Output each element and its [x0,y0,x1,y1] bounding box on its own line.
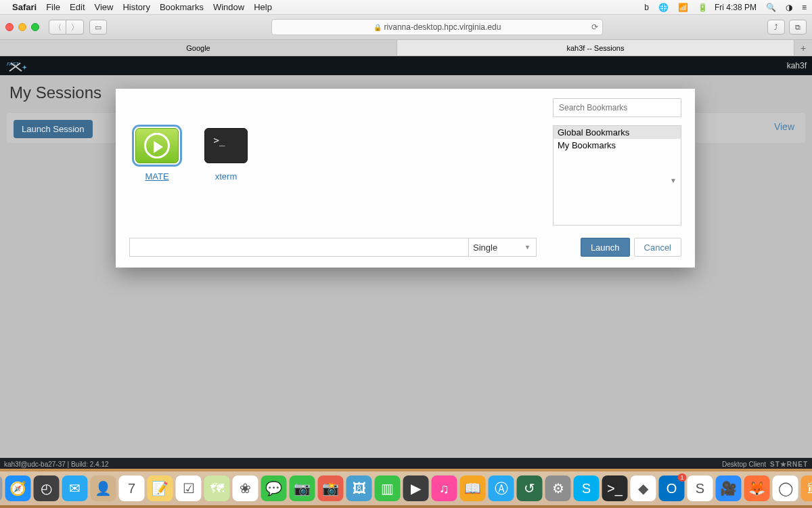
dock-drive-icon[interactable]: ◆ [631,475,656,501]
safari-toolbar: 〈 〉 ▭ 🔒 rivanna-desktop.hpc.virginia.edu… [0,15,812,40]
profile-mate-label: MATE [145,171,168,182]
dock-notes-icon[interactable]: 📝 [148,475,173,501]
dock-firefox-icon[interactable]: 🦊 [744,475,770,501]
bookmark-dropdown-icon[interactable]: ▼ [670,177,677,184]
profile-xterm[interactable]: >_ xterm [201,128,251,182]
bookmarks-list[interactable]: Global Bookmarks My Bookmarks ▼ [553,125,681,226]
minimize-window-button[interactable] [18,23,26,31]
back-button[interactable]: 〈 [49,20,66,35]
dock-reminders-icon[interactable]: ☑ [176,475,202,501]
macos-dock: ☺◉🚀🧭◴✉👤7📝☑🗺❀💬📷📸🖼▥▶♫📖Ⓐ↺⚙S>_◆OS🎥🦊◯🏛📄🗑 [0,471,812,505]
launch-session-button[interactable]: Launch Session [14,120,93,138]
close-window-button[interactable] [5,23,14,31]
dock-photos-icon[interactable]: ❀ [233,475,258,501]
dock-timemachine-icon[interactable]: ↺ [517,475,543,501]
profile-xterm-label: xterm [215,171,238,182]
new-tab-button[interactable]: + [794,40,812,56]
dock-contacts-icon[interactable]: 👤 [91,475,116,501]
fastx-logo-icon: FAST✦ [5,58,28,73]
profile-list: MATE >_ xterm [132,128,251,182]
display-mode-value: Single [473,242,497,253]
dock-tv-icon[interactable]: ▶ [403,475,429,501]
macos-menubar: Safari File Edit View History Bookmarks … [0,0,812,15]
dock-maps-icon[interactable]: 🗺 [204,475,230,501]
dock-facetime-icon[interactable]: 📷 [290,475,315,501]
menu-view[interactable]: View [95,2,114,12]
status-right: Desktop Client [722,461,766,468]
launch-session-dialog: MATE >_ xterm Global Bookmarks My Bookma… [116,89,695,268]
search-bookmarks-input[interactable] [553,98,681,117]
share-button[interactable]: ⤴ [767,20,785,35]
svg-text:✦: ✦ [22,64,27,71]
tab-google[interactable]: Google [0,40,397,56]
forward-button[interactable]: 〉 [66,20,84,35]
dock-terminal-icon[interactable]: >_ [602,475,628,501]
dock-uva-icon[interactable]: 🏛 [801,475,813,501]
menu-window[interactable]: Window [213,2,244,12]
zoom-window-button[interactable] [31,23,39,31]
wifi-icon[interactable]: 📶 [678,3,688,12]
dock-preview-icon[interactable]: 🖼 [346,475,372,501]
address-bar[interactable]: 🔒 rivanna-desktop.hpc.virginia.edu ⟳ [271,19,603,35]
globe-icon[interactable]: 🌐 [658,3,669,12]
dock-slack-icon[interactable]: S [687,475,713,501]
dock-mail-icon[interactable]: ✉ [62,475,88,501]
dock-settings-icon[interactable]: ⚙ [545,475,571,501]
menu-history[interactable]: History [122,2,150,12]
dock-itunes-icon[interactable]: ♫ [432,475,457,501]
clock[interactable]: Fri 4:38 PM [715,3,757,12]
menu-edit[interactable]: Edit [70,2,85,12]
dock-zoom-icon[interactable]: 🎥 [716,475,742,501]
dock-appstore-icon[interactable]: Ⓐ [489,475,514,501]
safari-tab-bar: Google kah3f -- Sessions + [0,40,812,56]
dock-chrome-icon[interactable]: ◯ [773,475,798,501]
dock-ibooks-icon[interactable]: 📖 [460,475,486,501]
bookmarks-header: Global Bookmarks [554,126,681,139]
dock-calendar-icon[interactable]: 7 [119,475,145,501]
chevron-down-icon: ▼ [524,244,531,251]
tab-sessions[interactable]: kah3f -- Sessions [397,40,794,56]
dock-outlook-icon[interactable]: O [659,475,685,501]
session-name-input[interactable] [129,238,469,257]
display-mode-select[interactable]: Single ▼ [469,238,537,257]
view-link[interactable]: View [774,121,794,132]
dock-launchpad-icon[interactable]: 🚀 [0,475,3,501]
sidebar-toggle-button[interactable]: ▭ [89,20,107,35]
dock-photobooth-icon[interactable]: 📸 [318,475,344,501]
dock-numbers-icon[interactable]: ▥ [375,475,401,501]
menu-help[interactable]: Help [254,2,272,12]
menu-bookmarks[interactable]: Bookmarks [160,2,204,12]
dock-skype-icon[interactable]: S [574,475,600,501]
app-menu[interactable]: Safari [12,2,37,12]
tabs-overview-button[interactable]: ⧉ [789,20,807,35]
spotlight-icon[interactable]: 🔍 [766,3,776,12]
cancel-button[interactable]: Cancel [634,238,681,257]
status-left: kah3f@udc-ba27-37 | Build: 2.4.12 [4,461,109,468]
dock-safari-icon[interactable]: 🧭 [5,475,31,501]
dock-messages-icon[interactable]: 💬 [261,475,287,501]
dock-dashboard-icon[interactable]: ◴ [34,475,60,501]
control-center-icon[interactable]: ◑ [786,3,792,12]
notification-center-icon[interactable]: ≡ [802,3,807,12]
profile-mate[interactable]: MATE [132,128,182,182]
starnet-brand: ST★RNET [770,461,808,468]
launch-button[interactable]: Launch [581,238,630,257]
menu-file[interactable]: File [46,2,60,12]
reload-icon[interactable]: ⟳ [591,22,598,32]
window-controls [5,23,39,31]
status-b-icon[interactable]: b [644,3,649,12]
lock-icon: 🔒 [374,24,382,31]
url-text: rivanna-desktop.hpc.virginia.edu [384,22,501,32]
battery-icon[interactable]: 🔋 [698,3,708,12]
header-username[interactable]: kah3f [787,61,807,70]
xterm-icon: >_ [204,128,248,163]
mate-icon [135,128,179,163]
app-header: FAST✦ kah3f [0,56,812,75]
bookmark-item[interactable]: My Bookmarks [554,139,681,152]
